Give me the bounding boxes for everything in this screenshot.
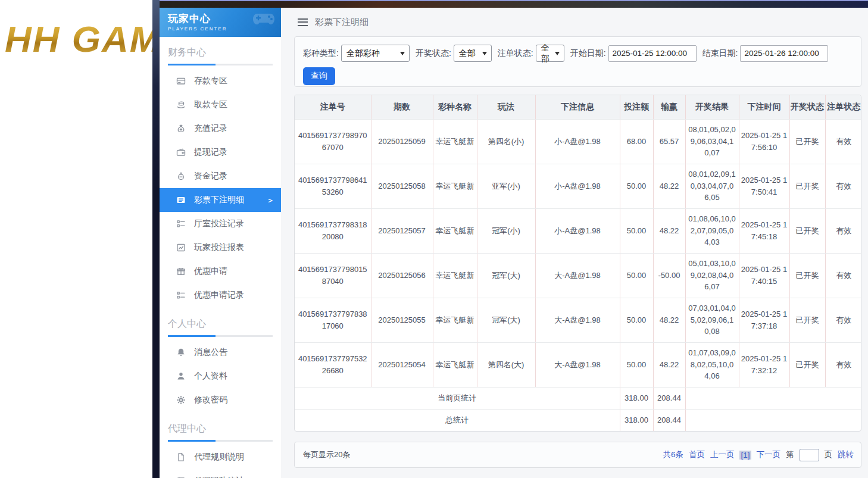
table-cell: 有效 [825,208,861,253]
column-header: 输赢 [653,95,685,119]
start-date-input[interactable] [608,45,697,62]
table-cell: 2025-01-25 17:37:18 [739,298,789,342]
sidebar-section-header: 个人中心 [160,308,281,337]
column-header: 下注信息 [535,95,620,119]
column-header: 开奖状态 [789,95,825,119]
table-cell: 幸运飞艇新 [433,253,477,298]
sidebar-item[interactable]: 存款专区 [160,69,281,93]
checklist-icon [176,290,186,300]
sidebar-item[interactable]: 代理团队统计 [160,469,281,478]
summary-winloss-total: 208.44 [653,409,685,431]
table-row: 40156917377980158704020250125056幸运飞艇新冠军(… [295,253,861,298]
end-date-input[interactable] [740,45,828,62]
sidebar-item[interactable]: 个人资料 [160,364,281,388]
report-chart-icon [176,243,186,252]
prev-page-link[interactable]: 上一页 [710,449,735,460]
sidebar-item[interactable]: 优惠申请记录 [160,283,281,307]
table-cell: 20250125059 [371,119,433,164]
next-page-link[interactable]: 下一页 [757,449,781,460]
left-decorative-strip [152,0,160,478]
page-header: 彩票下注明细 [281,8,868,36]
draw-status-select[interactable]: 全部 [454,45,492,62]
table-cell: 401569173779897067070 [295,119,371,164]
table-cell: 小-A盘@1.98 [535,119,620,164]
table-cell: 07,03,01,04,05,02,09,06,10,08 [685,298,739,342]
table-cell: 已开奖 [789,253,825,298]
sidebar-item-label: 彩票下注明细 [194,195,244,205]
section-underline [168,64,273,65]
chevron-right-icon: > [268,196,273,205]
table-cell: 2025-01-25 17:50:41 [739,164,789,208]
table-cell: 小-A盘@1.98 [535,164,620,208]
sidebar-section-header: 财务中心 [160,37,281,65]
page-jump-input[interactable] [800,449,819,461]
table-cell: 48.22 [653,164,685,208]
draw-status-label: 开奖状态: [416,48,451,59]
order-status-select[interactable]: 全部 [536,45,564,62]
table-cell: 48.22 [653,208,685,253]
sidebar-item[interactable]: 彩票下注明细> [160,188,281,212]
bell-icon [176,348,186,357]
sidebar-item-label: 代理团队统计 [194,476,244,478]
column-header: 注单号 [295,95,371,119]
table-cell: 有效 [825,342,861,387]
table-cell: 50.00 [620,208,653,253]
jump-link[interactable]: 跳转 [838,449,854,460]
table-cell: 401569173779801587040 [295,253,371,298]
table-cell: 已开奖 [789,342,825,387]
summary-label: 当前页统计 [295,387,620,409]
sidebar-section-title: 个人中心 [168,318,273,330]
table-cell: 2025-01-25 17:40:15 [739,253,789,298]
table-cell: 2025-01-25 17:45:18 [739,208,789,253]
summary-empty-cell [685,387,861,409]
sidebar-section-title: 代理中心 [168,423,273,435]
table-row: 40156917377975322668020250125054幸运飞艇新第四名… [295,342,861,387]
table-cell: 68.00 [620,119,653,164]
table-row: 40156917377986415326020250125058幸运飞艇新亚军(… [295,164,861,208]
sidebar-section-header: 代理中心 [160,413,281,442]
column-header: 玩法 [477,95,535,119]
table-cell: 大-A盘@1.98 [535,342,620,387]
column-header: 开奖结果 [685,95,739,119]
table-cell: 有效 [825,253,861,298]
table-header-row: 注单号期数彩种名称玩法下注信息投注额输赢开奖结果下注时间开奖状态注单状态 [295,95,861,119]
sidebar-item[interactable]: 资金记录 [160,164,281,188]
table-cell: 01,08,06,10,02,07,09,05,04,03 [685,208,739,253]
table-cell: 48.22 [653,342,685,387]
sidebar-item[interactable]: 提现记录 [160,140,281,164]
filter-panel: 彩种类型: 全部彩种 开奖状态: 全部 注单状态: 全部 开始日期: 结束日期:… [294,36,861,87]
first-page-link[interactable]: 首页 [689,449,705,460]
hh-game-logo: HH GAME [5,18,152,60]
sidebar-item-label: 资金记录 [194,171,227,182]
sidebar-item[interactable]: 优惠申请 [160,260,281,283]
gamepad-icon [252,11,275,29]
hamburger-menu-icon[interactable] [298,18,308,26]
sidebar-item[interactable]: 修改密码 [160,388,281,412]
table-cell: 冠军(大) [477,298,535,342]
sidebar-item[interactable]: 消息公告 [160,340,281,364]
table-cell: 已开奖 [789,119,825,164]
pagination: 共6条 首页 上一页 [1] 下一页 第 页 跳转 [663,449,854,461]
lottery-type-label: 彩种类型: [303,48,339,59]
bet-detail-table: 注单号期数彩种名称玩法下注信息投注额输赢开奖结果下注时间开奖状态注单状态 401… [295,95,861,431]
sidebar-item[interactable]: 玩家投注报表 [160,236,281,260]
table-cell: 401569173779831820080 [295,208,371,253]
sidebar-item-label: 充值记录 [194,123,227,134]
table-cell: 冠军(小) [477,208,535,253]
lottery-type-select[interactable]: 全部彩种 [341,45,410,62]
table-cell: 401569173779753226680 [295,342,371,387]
table-cell: 05,01,03,10,09,02,08,04,06,07 [685,253,739,298]
sidebar-item-label: 玩家投注报表 [194,242,244,253]
sidebar-item[interactable]: 充值记录 [160,117,281,140]
sidebar-item[interactable]: 厅室投注记录 [160,212,281,236]
table-cell: 20250125055 [371,298,433,342]
table-cell: 第四名(小) [477,119,535,164]
search-button[interactable]: 查询 [303,67,335,85]
table-row: 40156917377989706707020250125059幸运飞艇新第四名… [295,119,861,164]
sidebar-item[interactable]: 代理规则说明 [160,445,281,469]
sidebar-item[interactable]: 取款专区 [160,93,281,117]
table-cell: 20250125058 [371,164,433,208]
logo-area: HH GAME [0,0,152,478]
sidebar-item-label: 优惠申请 [194,266,227,277]
summary-label: 总统计 [295,409,620,431]
